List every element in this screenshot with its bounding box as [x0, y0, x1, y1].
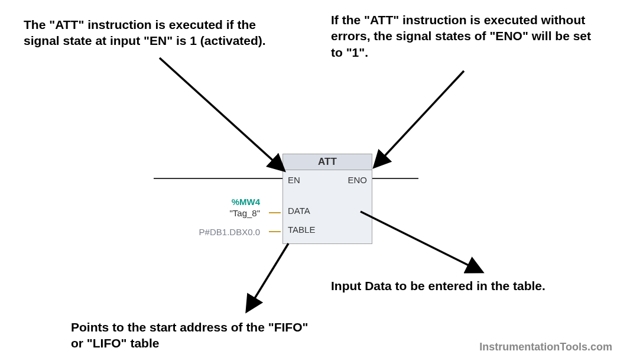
- block-title: ATT: [283, 154, 372, 170]
- param-data-addr: %MW4: [177, 197, 260, 207]
- arrow-en: [160, 58, 284, 170]
- stub-data: [269, 212, 281, 213]
- instruction-block: ATT EN ENO DATA TABLE: [282, 154, 372, 244]
- rail-right: [371, 178, 418, 179]
- param-data-name: "Tag_8": [177, 208, 260, 218]
- param-table-ptr: P#DB1.DBX0.0: [177, 227, 260, 237]
- arrow-eno: [375, 71, 464, 167]
- arrow-data: [361, 212, 482, 272]
- annotation-eno: If the "ATT" instruction is executed wit…: [331, 12, 597, 60]
- watermark: InstrumentationTools.com: [479, 341, 612, 353]
- block-body: EN ENO DATA TABLE: [283, 170, 372, 243]
- annotation-data: Input Data to be entered in the table.: [331, 278, 597, 294]
- annotation-en: The "ATT" instruction is executed if the…: [24, 17, 278, 49]
- stub-table: [269, 231, 281, 232]
- pin-en: EN: [288, 175, 300, 185]
- pin-data: DATA: [288, 206, 310, 216]
- pin-eno: ENO: [348, 175, 367, 185]
- annotation-table: Points to the start address of the "FIFO…: [71, 319, 319, 352]
- arrow-table: [247, 243, 288, 311]
- rail-left: [154, 178, 282, 179]
- pin-table: TABLE: [288, 225, 315, 235]
